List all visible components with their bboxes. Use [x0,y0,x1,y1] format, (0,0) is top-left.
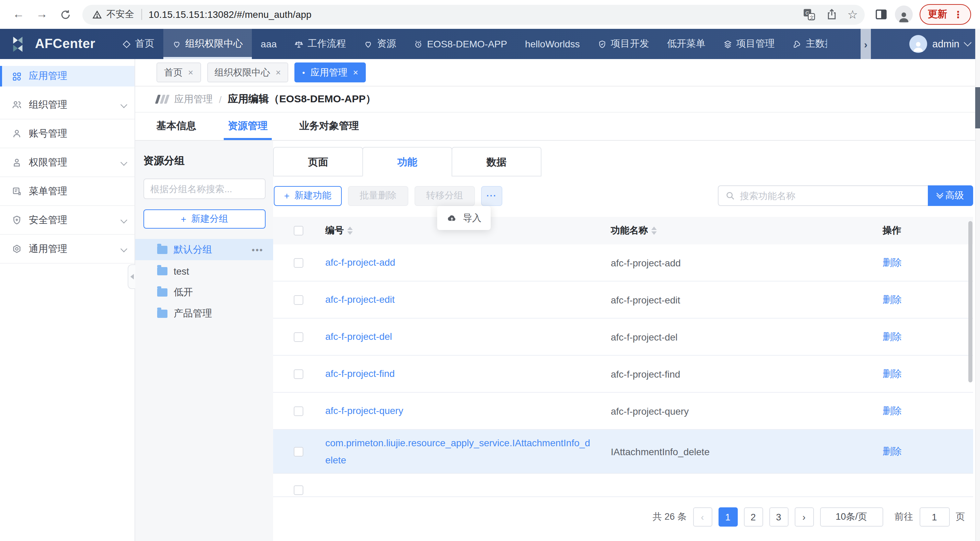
tab-resource-management[interactable]: 资源管理 [228,113,268,140]
nav-item-lowcode-menu[interactable]: 低开菜单 [658,29,714,59]
sidebar-item-app-management[interactable]: 应用管理 [0,66,135,86]
function-code-link[interactable]: afc-f-project-find [325,365,611,382]
tab-chip-home[interactable]: 首页 × [156,62,201,82]
group-item-product[interactable]: 产品管理 [135,303,273,324]
sidebar-item-permission-management[interactable]: 权限管理 [0,148,135,177]
chrome-update-button[interactable]: 更新 ⋮ [920,4,971,25]
sidebar-item-org-management[interactable]: 组织管理 [0,91,135,120]
function-code-link[interactable]: afc-f-project-query [325,403,611,420]
function-code-link[interactable]: afc-f-project-edit [325,292,611,308]
forward-icon[interactable]: → [33,5,51,23]
function-search-input[interactable] [740,190,921,201]
tab-functions[interactable]: 功能 [362,147,452,176]
batch-delete-button[interactable]: 批量删除 [348,186,408,206]
nav-item-resource[interactable]: 资源 [355,29,405,59]
nav-item-helloworldss[interactable]: helloWorldss [516,29,589,59]
delete-link[interactable]: 删除 [883,294,973,306]
translate-icon[interactable]: G 文 [802,8,816,21]
share-icon[interactable] [826,8,838,21]
delete-link[interactable]: 删除 [883,368,973,380]
column-header-code[interactable]: 编号 [325,225,344,237]
delete-link[interactable]: 删除 [883,257,973,269]
function-code-link[interactable]: afc-f-project-add [325,254,611,271]
row-checkbox[interactable] [294,485,303,495]
function-search-box[interactable] [718,185,928,206]
sort-icon[interactable] [347,227,353,235]
sort-icon[interactable] [651,227,657,235]
row-checkbox[interactable] [294,369,303,379]
delete-link[interactable]: 删除 [883,330,973,343]
sidebar-item-account-management[interactable]: 账号管理 [0,120,135,148]
nav-item-aaa[interactable]: aaa [252,29,286,59]
page-button-1[interactable]: 1 [718,507,737,527]
tools-icon [793,40,802,48]
close-icon[interactable]: × [353,67,358,78]
sidebar-item-menu-management[interactable]: 菜单管理 [0,177,135,206]
page-size-select[interactable]: 10条/页 [820,507,883,527]
url-text[interactable]: 10.15.15.151:13082/#/menu_auth/app [149,9,802,19]
prev-page-button[interactable]: ‹ [693,507,712,527]
nav-item-eos8-demo-app[interactable]: EOS8-DEMO-APP [405,29,516,59]
tab-chip-app-management[interactable]: ● 应用管理 × [294,62,366,82]
next-page-button[interactable]: › [794,507,814,527]
goto-page-input[interactable] [919,507,950,527]
close-icon[interactable]: × [275,67,281,78]
panel-collapse-handle[interactable] [128,264,135,289]
import-menu-item[interactable]: 导入 [437,206,491,230]
sidebar-item-security-management[interactable]: 安全管理 [0,206,135,235]
nav-item-org-auth-center[interactable]: 组织权限中心 [163,29,252,59]
function-code-link[interactable]: com.primeton.liujie.resource_apply_servi… [325,434,611,468]
select-all-checkbox[interactable] [294,226,303,236]
delete-link[interactable]: 删除 [883,405,973,417]
table-scrollbar-thumb[interactable] [968,221,972,382]
bookmark-star-icon[interactable]: ☆ [848,7,858,22]
column-header-name[interactable]: 功能名称 [611,225,648,237]
security-status[interactable]: 不安全 [92,8,134,21]
new-group-button[interactable]: + 新建分组 [143,209,266,228]
page-scrollbar-thumb[interactable] [975,87,980,128]
user-menu[interactable]: admin [909,29,970,59]
group-more-icon[interactable]: ••• [252,245,264,254]
tab-business-object-management[interactable]: 业务对象管理 [299,113,359,140]
page-button-3[interactable]: 3 [769,507,788,527]
row-checkbox[interactable] [294,406,303,416]
browser-menu-icon[interactable]: ⋮ [953,9,963,20]
app-logo[interactable]: AFCenter [0,29,113,59]
page-button-2[interactable]: 2 [744,507,763,527]
side-panel-icon[interactable] [874,8,888,21]
transfer-group-button[interactable]: 转移分组 [415,186,475,206]
advanced-search-button[interactable]: 高级 [928,185,973,206]
tab-chip-org-auth-center[interactable]: 组织权限中心 × [207,62,288,82]
function-code-link[interactable]: afc-f-project-del [325,329,611,345]
reload-icon[interactable] [56,5,74,23]
new-function-button[interactable]: + 新建功能 [274,186,342,206]
nav-item-home[interactable]: 首页 [113,29,163,59]
breadcrumb-parent[interactable]: 应用管理 [174,93,213,105]
nav-scroll-right-arrow[interactable]: › [861,29,871,59]
row-checkbox[interactable] [294,447,303,456]
row-checkbox[interactable] [294,295,303,305]
group-search-input[interactable] [143,179,266,199]
delete-link[interactable]: 删除 [883,445,973,458]
back-icon[interactable]: ← [10,5,27,23]
nav-item-master-data[interactable]: 主数据管理 [784,29,827,59]
address-bar[interactable]: 不安全 10.15.15.151:13082/#/menu_auth/app G… [82,5,865,24]
group-item-default[interactable]: 默认分组 ••• [135,239,273,260]
row-checkbox[interactable] [294,258,303,267]
close-icon[interactable]: × [188,67,193,78]
breadcrumb: 应用管理 / 应用编辑（EOS8-DEMO-APP） [135,86,980,113]
tab-pages[interactable]: 页面 [273,147,363,176]
chevron-left-icon [130,274,134,279]
row-checkbox[interactable] [294,332,303,342]
group-item-lowcode[interactable]: 低开 [135,281,273,303]
nav-item-project-dev[interactable]: 项目开发 [589,29,658,59]
sidebar-item-general-management[interactable]: 通用管理 [0,235,135,263]
nav-item-workflow[interactable]: 工作流程 [286,29,355,59]
tab-data[interactable]: 数据 [452,147,541,176]
nav-item-project-mgmt[interactable]: 项目管理 [714,29,784,59]
more-actions-button[interactable]: ··· [481,186,502,206]
tab-basic-info[interactable]: 基本信息 [156,113,196,140]
group-item-test[interactable]: test [135,260,273,281]
browser-profile-avatar[interactable] [895,5,913,23]
double-chevron-down-icon [937,194,942,198]
